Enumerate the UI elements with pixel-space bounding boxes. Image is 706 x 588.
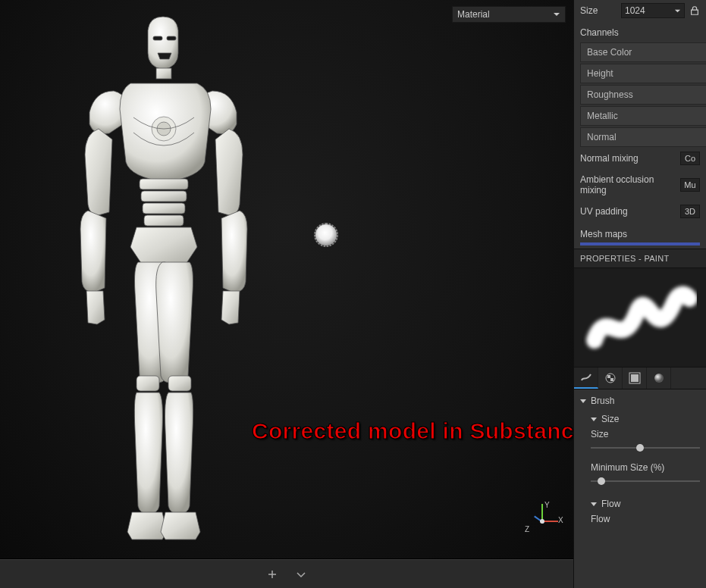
size-slider[interactable] xyxy=(591,444,700,452)
svg-rect-9 xyxy=(136,376,159,391)
min-size-slider[interactable] xyxy=(591,477,700,485)
svg-rect-1 xyxy=(167,36,176,40)
properties-panel-title: PROPERTIES - PAINT xyxy=(574,249,706,268)
svg-point-14 xyxy=(654,374,664,383)
shading-mode-dropdown[interactable]: Material xyxy=(452,6,566,23)
axis-y-label: Y xyxy=(544,501,550,509)
brush-stroke-icon xyxy=(580,371,592,383)
shading-mode-label: Material xyxy=(457,9,490,20)
channels-label: Channels xyxy=(574,21,706,41)
mesh-maps-progress xyxy=(580,242,700,246)
flow-group-header[interactable]: Flow xyxy=(574,493,706,511)
axis-x-label: X xyxy=(558,516,563,524)
svg-rect-0 xyxy=(153,36,162,40)
min-size-label: Minimum Size (%) xyxy=(574,459,706,473)
model-mesh[interactable] xyxy=(61,8,288,546)
triangle-down-icon xyxy=(580,399,586,403)
channel-normal[interactable]: Normal xyxy=(580,127,706,147)
uv-padding-dropdown[interactable]: 3D xyxy=(680,205,700,218)
slider-knob[interactable] xyxy=(636,444,644,452)
size-label: Size xyxy=(574,426,706,439)
triangle-down-icon xyxy=(591,418,597,421)
svg-rect-6 xyxy=(141,191,187,202)
paint-mode-tabs xyxy=(574,367,706,389)
normal-mixing-dropdown[interactable]: Co xyxy=(680,152,700,165)
brush-cursor xyxy=(315,224,337,246)
chevron-down-icon[interactable] xyxy=(294,568,308,581)
svg-rect-7 xyxy=(143,203,185,214)
alpha-checker-icon xyxy=(604,372,617,384)
mesh-maps-label: Mesh maps xyxy=(574,223,706,242)
lock-icon[interactable] xyxy=(689,5,700,16)
brush-preview xyxy=(574,268,706,367)
chevron-down-icon xyxy=(674,8,681,14)
texture-size-label: Size xyxy=(580,5,617,16)
viewport-bottom-toolbar xyxy=(0,559,573,588)
svg-rect-8 xyxy=(144,215,184,226)
svg-point-11 xyxy=(606,374,615,383)
ao-mixing-label: Ambient occlusion mixing xyxy=(580,174,674,195)
triangle-down-icon xyxy=(591,502,597,506)
channel-roughness[interactable]: Roughness xyxy=(580,85,706,105)
uv-padding-label: UV padding xyxy=(580,206,674,217)
svg-rect-10 xyxy=(168,376,191,391)
size-group-header[interactable]: Size xyxy=(574,408,706,426)
texture-size-dropdown[interactable]: 1024 xyxy=(621,3,685,18)
normal-mixing-label: Normal mixing xyxy=(580,153,674,164)
viewport-3d[interactable]: Material xyxy=(0,0,573,559)
brush-group-header[interactable]: Brush xyxy=(574,389,706,408)
tab-material[interactable] xyxy=(647,368,671,389)
texture-size-value: 1024 xyxy=(625,5,645,16)
sphere-icon xyxy=(653,372,665,384)
slider-knob[interactable] xyxy=(598,477,605,485)
channel-base-color[interactable]: Base Color xyxy=(580,42,706,62)
channel-metallic[interactable]: Metallic xyxy=(580,106,706,126)
tab-alpha[interactable] xyxy=(598,368,623,389)
channel-height[interactable]: Height xyxy=(580,64,706,83)
chevron-down-icon xyxy=(553,11,560,18)
collapse-icon[interactable] xyxy=(265,568,279,581)
tab-stencil[interactable] xyxy=(623,368,647,389)
svg-rect-12 xyxy=(631,374,639,382)
tab-brush[interactable] xyxy=(574,368,598,389)
ao-mixing-dropdown[interactable]: Mu xyxy=(680,178,700,192)
axis-gizmo[interactable]: Y X Z xyxy=(528,504,560,536)
svg-rect-2 xyxy=(156,68,171,79)
flow-label: Flow xyxy=(574,511,706,524)
stencil-icon xyxy=(629,372,641,384)
svg-rect-5 xyxy=(140,179,188,189)
side-panel: Size 1024 Channels Base Color Height Rou… xyxy=(573,0,706,588)
axis-z-label: Z xyxy=(525,525,529,533)
